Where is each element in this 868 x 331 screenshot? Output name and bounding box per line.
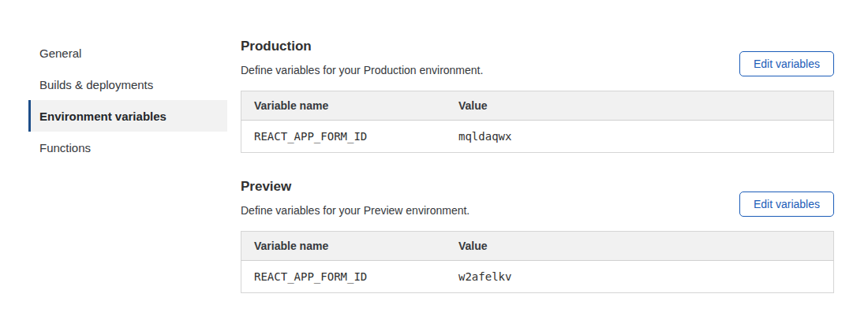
variable-name-cell: REACT_APP_FORM_ID xyxy=(241,121,447,153)
table-row: REACT_APP_FORM_ID w2afelkv xyxy=(241,261,834,293)
value-column-header: Value xyxy=(446,91,834,121)
variable-name-cell: REACT_APP_FORM_ID xyxy=(241,261,447,293)
preview-section: Preview Define variables for your Previe… xyxy=(241,178,834,293)
sidebar-item-builds-deployments[interactable]: Builds & deployments xyxy=(28,69,227,100)
variable-value-cell: mqldaqwx xyxy=(446,121,834,153)
settings-sidebar: General Builds & deployments Environment… xyxy=(28,37,227,163)
value-column-header: Value xyxy=(446,232,834,261)
preview-variables-table: Variable name Value REACT_APP_FORM_ID w2… xyxy=(241,231,834,293)
production-edit-variables-button[interactable]: Edit variables xyxy=(739,51,834,76)
sidebar-item-general[interactable]: General xyxy=(28,37,227,69)
table-row: REACT_APP_FORM_ID mqldaqwx xyxy=(241,121,834,153)
variable-name-column-header: Variable name xyxy=(241,232,447,261)
table-header-row: Variable name Value xyxy=(241,232,834,261)
table-header-row: Variable name Value xyxy=(241,91,834,121)
production-variables-table: Variable name Value REACT_APP_FORM_ID mq… xyxy=(241,91,834,153)
sidebar-item-environment-variables[interactable]: Environment variables xyxy=(28,100,227,132)
sidebar-item-functions[interactable]: Functions xyxy=(28,132,227,163)
preview-edit-variables-button[interactable]: Edit variables xyxy=(739,192,834,217)
variable-name-column-header: Variable name xyxy=(241,91,447,121)
production-section: Production Define variables for your Pro… xyxy=(241,38,834,153)
variable-value-cell: w2afelkv xyxy=(446,261,834,293)
